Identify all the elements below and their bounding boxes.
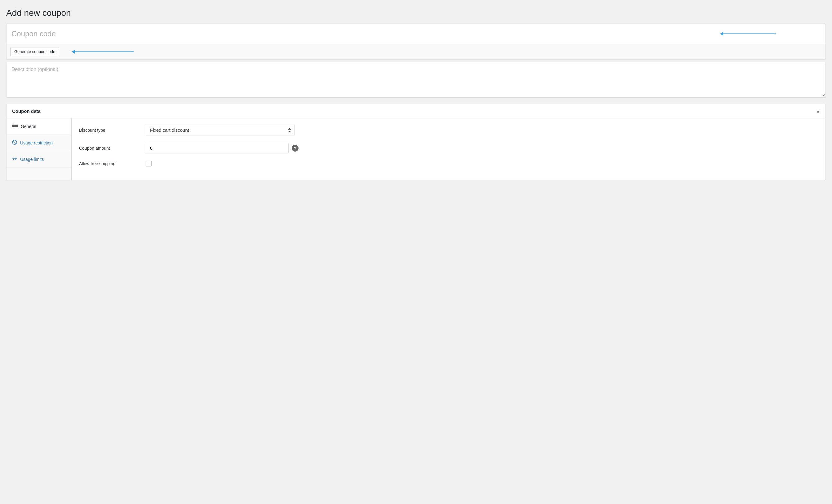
no-circle-icon <box>12 140 17 146</box>
page-title: Add new coupon <box>6 7 826 19</box>
coupon-amount-row: Coupon amount ? <box>79 143 818 154</box>
svg-line-6 <box>13 141 16 144</box>
svg-rect-3 <box>14 123 14 125</box>
collapse-icon[interactable]: ▲ <box>816 109 820 113</box>
allow-free-shipping-label: Allow free shipping <box>79 161 141 166</box>
discount-type-label: Discount type <box>79 128 141 133</box>
coupon-amount-input-wrapper: ? <box>146 143 818 154</box>
coupon-amount-input[interactable] <box>146 143 289 154</box>
discount-type-select[interactable]: Percentage discount Fixed cart discount … <box>146 125 295 135</box>
coupon-data-header: Coupon data ▲ <box>6 104 826 118</box>
generate-btn-arrow-annotation <box>72 51 134 52</box>
coupon-amount-label: Coupon amount <box>79 146 141 151</box>
tab-general-label: General <box>21 124 36 129</box>
allow-free-shipping-row: Allow free shipping <box>79 161 818 166</box>
tab-usage-limits-label: Usage limits <box>20 157 44 162</box>
coupon-data-tabs: General Usage restriction <box>6 118 72 180</box>
arrow-line-generate-btn <box>72 51 134 52</box>
coupon-data-fields: Discount type Percentage discount Fixed … <box>72 118 826 180</box>
svg-rect-4 <box>14 127 14 128</box>
description-textarea[interactable] <box>6 62 826 97</box>
discount-type-row: Discount type Percentage discount Fixed … <box>79 125 818 135</box>
tab-usage-limits[interactable]: Usage limits <box>6 151 71 168</box>
description-section <box>6 62 826 98</box>
coupon-code-input-wrapper <box>6 24 826 44</box>
coupon-code-arrow-annotation <box>720 33 776 34</box>
coupon-code-input[interactable] <box>6 24 826 44</box>
coupon-data-title: Coupon data <box>12 108 41 114</box>
tab-general[interactable]: General <box>6 118 71 135</box>
allow-free-shipping-input-wrapper <box>146 161 818 166</box>
generate-btn-wrapper: Generate coupon code <box>6 44 826 59</box>
coupon-data-section: Coupon data ▲ General <box>6 104 826 180</box>
arrows-icon <box>12 156 17 162</box>
arrow-line-coupon-code <box>720 33 776 34</box>
coupon-amount-help-icon[interactable]: ? <box>292 145 298 152</box>
generate-coupon-code-button[interactable]: Generate coupon code <box>10 47 59 56</box>
allow-free-shipping-checkbox[interactable] <box>146 161 152 166</box>
svg-rect-0 <box>12 125 18 127</box>
coupon-data-body: General Usage restriction <box>6 118 826 180</box>
discount-type-input-wrapper: Percentage discount Fixed cart discount … <box>146 125 818 135</box>
tab-usage-restriction[interactable]: Usage restriction <box>6 135 71 151</box>
ticket-icon <box>12 123 18 130</box>
tab-usage-restriction-label: Usage restriction <box>20 140 53 145</box>
coupon-code-section: Generate coupon code <box>6 24 826 59</box>
